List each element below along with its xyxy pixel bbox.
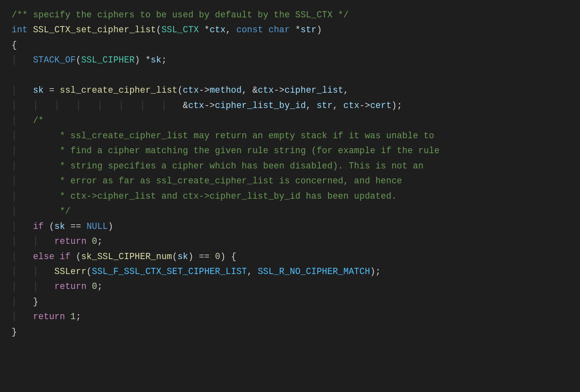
number-zero: 0 — [92, 281, 97, 291]
var-str: str — [317, 101, 333, 111]
paren: ( — [44, 221, 55, 231]
star: * — [290, 25, 301, 35]
op-eqeq: == — [193, 252, 215, 262]
param-str: str — [301, 25, 317, 35]
var-sk: sk — [151, 55, 162, 65]
paren: ) — [317, 25, 322, 35]
paren: ( — [177, 85, 183, 95]
member-cipherlist: cipher_list — [285, 85, 343, 95]
code-editor-content[interactable]: /** specify the ciphers to be used by de… — [0, 0, 580, 347]
var-sk: sk — [177, 252, 188, 262]
space — [87, 236, 92, 246]
op-eq: = — [44, 85, 60, 95]
const-f: SSL_F_SSL_CTX_SET_CIPHER_LIST — [92, 267, 247, 277]
space — [65, 312, 70, 322]
keyword-if: if — [60, 252, 70, 262]
indent-guide: │ — [12, 297, 33, 307]
brace-open: { — [12, 40, 17, 50]
type-sslctx: SSL_CTX — [162, 25, 199, 35]
keyword-char: char — [268, 25, 290, 35]
paren: ( — [76, 55, 81, 65]
arrow: -> — [199, 85, 210, 95]
amp: & — [183, 101, 188, 111]
indent-guide: │ │ — [12, 236, 54, 246]
indent-guide: │ — [12, 191, 33, 201]
var-sk: sk — [54, 221, 65, 231]
indent-guide: │ — [12, 252, 33, 262]
indent-guide: │ — [12, 176, 33, 186]
func-sslerr: SSLerr — [54, 267, 87, 277]
member-cipherlistbyid: cipher_list_by_id — [215, 101, 306, 111]
paren-brace: ) { — [220, 252, 237, 262]
brace-close: } — [33, 297, 39, 307]
function-name: SSL_CTX_set_cipher_list — [33, 25, 156, 35]
paren: ) — [108, 221, 114, 231]
var-ctx: ctx — [343, 101, 360, 111]
member-cert: cert — [370, 101, 392, 111]
arrow: -> — [360, 101, 370, 111]
comma: , — [306, 101, 317, 111]
comma: , — [247, 267, 258, 277]
keyword-if: if — [33, 221, 44, 231]
func-sk-num: sk_SSL_CIPHER_num — [81, 252, 172, 262]
semicolon: ; — [97, 281, 103, 291]
paren: ) — [188, 252, 193, 262]
indent-guide: │ — [12, 115, 33, 125]
arrow: -> — [204, 101, 215, 111]
comma: , — [333, 101, 343, 111]
indent-guide: │ │ │ │ │ │ │ │ — [12, 101, 183, 111]
op-eqeq: == — [65, 221, 87, 231]
indent-guide: │ — [12, 55, 33, 65]
indent-guide: │ — [12, 312, 33, 322]
indent-guide: │ — [12, 221, 33, 231]
space — [54, 252, 60, 262]
indent-guide: │ │ — [12, 267, 54, 277]
comma: , — [343, 85, 349, 95]
star: * — [199, 25, 210, 35]
keyword-return: return — [33, 312, 65, 322]
param-ctx: ctx — [210, 25, 226, 35]
keyword-else: else — [33, 252, 55, 262]
comment-block-close: */ — [33, 206, 70, 216]
paren: ( — [70, 252, 81, 262]
indent-guide: │ — [12, 206, 33, 216]
semicolon: ; — [76, 312, 81, 322]
keyword-return: return — [54, 281, 87, 291]
member-method: method — [210, 85, 242, 95]
paren: ( — [87, 267, 92, 277]
comment-block-line: * find a cipher matching the given rule … — [33, 146, 440, 156]
comment-header: /** specify the ciphers to be used by de… — [12, 10, 349, 20]
comma: , & — [242, 85, 258, 95]
number-zero: 0 — [215, 252, 220, 262]
indent-guide: │ — [12, 131, 33, 141]
indent-guide: │ — [12, 85, 33, 95]
keyword-return: return — [54, 236, 87, 246]
macro-stackof: STACK_OF — [33, 55, 76, 65]
var-ctx: ctx — [183, 85, 199, 95]
semicolon: ; — [97, 236, 103, 246]
func-create-cipher-list: ssl_create_cipher_list — [60, 85, 177, 95]
star: * — [140, 55, 151, 65]
const-null: NULL — [87, 221, 108, 231]
keyword-const: const — [236, 25, 263, 35]
indent-guide: │ — [12, 161, 33, 171]
paren-close-semi: ); — [370, 267, 381, 277]
semicolon: ; — [162, 55, 167, 65]
type-sslcipher: SSL_CIPHER — [81, 55, 135, 65]
paren: ( — [172, 252, 178, 262]
var-sk: sk — [33, 85, 44, 95]
space — [263, 25, 268, 35]
const-r: SSL_R_NO_CIPHER_MATCH — [258, 267, 370, 277]
var-ctx: ctx — [188, 101, 204, 111]
number-zero: 0 — [92, 236, 97, 246]
indent-guide: │ — [12, 146, 33, 156]
var-ctx: ctx — [258, 85, 274, 95]
comment-block-line: * error as far as ssl_create_cipher_list… — [33, 176, 402, 186]
comment-block-open: /* — [33, 115, 44, 125]
keyword-int: int — [12, 25, 28, 35]
arrow: -> — [274, 85, 285, 95]
space — [87, 281, 92, 291]
comment-block-line: * ctx->cipher_list and ctx->cipher_list_… — [33, 191, 397, 201]
comment-block-line: * string specifies a cipher which has be… — [33, 161, 424, 171]
indent-guide: │ │ — [12, 281, 54, 291]
